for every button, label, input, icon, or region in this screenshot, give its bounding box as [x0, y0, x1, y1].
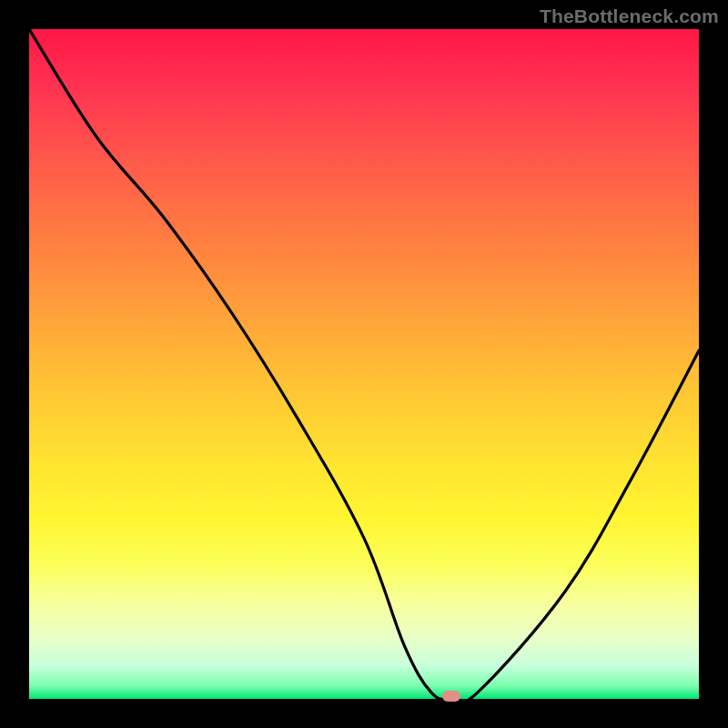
chart-frame: TheBottleneck.com [0, 0, 728, 728]
plot-area [29, 29, 699, 699]
watermark-text: TheBottleneck.com [540, 5, 719, 27]
optimal-marker [442, 691, 460, 702]
bottleneck-curve [29, 29, 699, 699]
